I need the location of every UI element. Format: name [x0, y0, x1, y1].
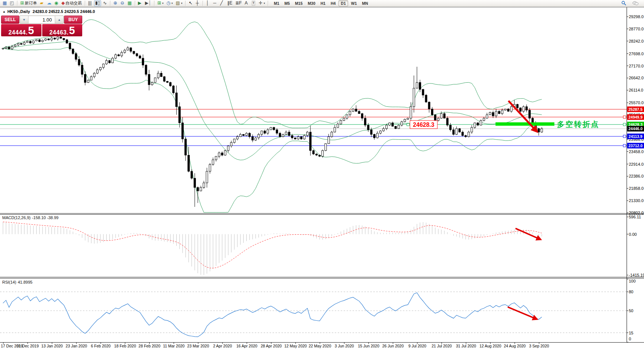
rsi-value: 41.8995: [18, 280, 33, 284]
sell-price[interactable]: 24444.5: [1, 24, 41, 36]
horizontal-line-icon: ─: [213, 1, 216, 6]
sell-button[interactable]: SELL: [1, 16, 19, 24]
auto-scroll-button[interactable]: ▶: [137, 0, 143, 6]
date-label: 22 May 2020: [309, 344, 331, 348]
new-order-icon: ⊞: [20, 1, 24, 6]
autotrading-button[interactable]: ◆自动交易: [60, 0, 83, 6]
zoom-out-button[interactable]: ⊖: [119, 0, 126, 6]
date-label: 13 Jan 2020: [41, 344, 63, 348]
chart-header: ▲HK50-,Daily24283.0 24522.5 24220.5 2444…: [3, 9, 95, 14]
tile-windows-button[interactable]: ▦: [126, 0, 133, 6]
cursor-button[interactable]: ↖: [187, 0, 194, 6]
level-handle[interactable]: [623, 144, 626, 147]
templates-button[interactable]: ▧▾: [175, 0, 184, 6]
chevron-down-icon: ▾: [181, 2, 183, 5]
text-label-button[interactable]: T: [251, 0, 257, 6]
zoom-out-icon: ⊖: [120, 1, 124, 6]
chat-icon: [633, 1, 638, 6]
vertical-line-icon: │: [206, 1, 209, 6]
candlestick-chart-button[interactable]: ▮▯: [94, 0, 101, 6]
cloud-button[interactable]: ☁: [46, 0, 53, 6]
periods-button[interactable]: ◷▾: [166, 0, 174, 6]
date-label: 26 Jun 2020: [382, 344, 404, 348]
date-label: 31 Dec 2019: [17, 344, 39, 348]
toolbar-separator: [268, 1, 268, 6]
chart-background: [0, 7, 644, 350]
chat-button[interactable]: [631, 0, 640, 6]
chart-shift-button[interactable]: ▶┊: [144, 0, 152, 6]
buy-button[interactable]: BUY: [64, 16, 82, 24]
volume-increment-button[interactable]: ▲: [55, 16, 63, 23]
crosshair-button[interactable]: ┼: [194, 0, 201, 6]
timeframe-d1-button[interactable]: D1: [338, 0, 348, 6]
date-label: 3 Jun 2020: [335, 344, 354, 348]
navigator-button[interactable]: ◰: [9, 0, 15, 6]
level-handle[interactable]: [623, 123, 626, 126]
search-button[interactable]: [620, 0, 628, 6]
svg-text:25570.0: 25570.0: [629, 100, 644, 105]
indicators-button[interactable]: ⊞▾: [156, 0, 165, 6]
new-order-button[interactable]: ⊞新订单: [19, 0, 38, 6]
vertical-line-button[interactable]: │: [205, 0, 211, 6]
line-chart-button[interactable]: ∿: [102, 0, 108, 6]
timeframe-m15-button[interactable]: M15: [293, 0, 305, 6]
timeframe-h4-button[interactable]: H4: [328, 0, 338, 6]
timeframe-h1-button[interactable]: H1: [318, 0, 327, 6]
chevron-down-icon: ▾: [162, 2, 164, 5]
svg-text:21330.0: 21330.0: [629, 198, 644, 203]
buy-price[interactable]: 24463.5: [42, 24, 83, 36]
ohlc-values: 24283.0 24522.5 24220.5 24446.0: [33, 9, 95, 14]
timeframe-w1-button[interactable]: W1: [349, 0, 359, 6]
svg-text:27170.0: 27170.0: [629, 64, 644, 68]
toolbar-separator: [85, 1, 85, 6]
trendline-button[interactable]: ╱: [219, 0, 225, 6]
fibonacci-button[interactable]: ≣F: [234, 0, 243, 6]
date-label: 2 Apr 2020: [213, 344, 232, 348]
timeframe-mn-button[interactable]: MN: [360, 0, 370, 6]
date-label: 28 Apr 2020: [261, 344, 282, 348]
indicators-icon: ⊞: [157, 1, 161, 6]
chart-windows-icon: ▦: [3, 1, 7, 6]
horizontal-line-button[interactable]: ─: [212, 0, 218, 6]
svg-text:27698.0: 27698.0: [629, 52, 644, 56]
volume-input[interactable]: [29, 16, 55, 23]
date-label: 21 Jul 2020: [432, 344, 452, 348]
text-icon: A: [245, 1, 248, 6]
toolbar-separator: [110, 1, 110, 6]
chevron-down-icon: ▾: [264, 2, 265, 5]
collapse-icon[interactable]: ▲: [3, 10, 6, 13]
date-label: 16 Apr 2020: [236, 344, 257, 348]
signal-button[interactable]: ◉: [53, 0, 60, 6]
timeframe-m30-button[interactable]: M30: [306, 0, 317, 6]
toolbar-buttons: ▦◰⊞新订单▰☁◉◆自动交易|||▮▯∿⊕⊖▦▶▶┊⊞▾◷▾▧▾↖┼│─╱∥E≣…: [1, 0, 270, 7]
autotrading-icon: ◆: [61, 1, 65, 6]
date-label: 23 Mar 2020: [187, 344, 209, 348]
eraser-icon: ▰: [40, 1, 43, 6]
text-button[interactable]: A: [244, 0, 250, 6]
bar-chart-button[interactable]: |||: [87, 0, 93, 6]
timeframe-m1-button[interactable]: M1: [271, 0, 281, 6]
toolbar-separator: [135, 1, 135, 6]
svg-text:23712.0: 23712.0: [628, 143, 643, 148]
symbol-period-label: HK50-,Daily: [7, 9, 30, 14]
chart-windows-button[interactable]: ▦: [1, 0, 8, 6]
arrows-tool-button[interactable]: ✛▾: [258, 0, 266, 6]
templates-icon: ▧: [176, 1, 180, 6]
equidistant-channel-button[interactable]: ∥E: [226, 0, 233, 6]
volume-decrement-button[interactable]: ▼: [20, 16, 29, 23]
trendline-icon: ╱: [220, 1, 223, 6]
svg-text:28770.0: 28770.0: [629, 27, 644, 31]
channel-icon: ∥E: [227, 1, 232, 6]
level-handle[interactable]: [623, 135, 626, 138]
price-chart[interactable]: 29298.028770.028242.027698.027170.026642…: [0, 7, 644, 350]
navigator-icon: ◰: [10, 1, 14, 6]
periods-icon: ◷: [167, 1, 170, 6]
new-order-button-label: 新订单: [25, 0, 37, 6]
sell-price-main: 24444.: [9, 29, 28, 36]
zoom-in-button[interactable]: ⊕: [112, 0, 119, 6]
level-handle[interactable]: [623, 116, 626, 118]
support-zone-highlight[interactable]: [495, 122, 554, 126]
chart-shift-icon: ▶┊: [145, 1, 151, 6]
timeframe-m5-button[interactable]: M5: [282, 0, 292, 6]
eraser-button[interactable]: ▰: [39, 0, 45, 6]
